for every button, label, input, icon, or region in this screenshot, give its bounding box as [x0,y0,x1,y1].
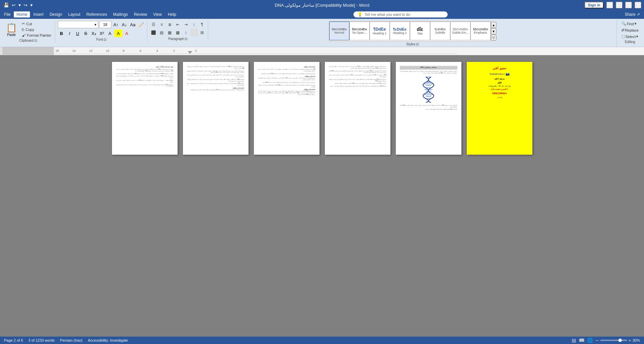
clipboard-expand-icon[interactable]: ⊡ [34,39,37,42]
styles-scroll-down[interactable]: ▼ [491,28,496,34]
print-layout-button[interactable]: ▤ [572,338,576,343]
zoom-slider[interactable] [600,340,627,341]
style-heading2[interactable]: ¶cDdEe Heading 2 [390,22,410,40]
replace-icon: ⇄ [621,28,624,32]
style-title[interactable]: dΐε Title [410,22,430,40]
show-hide-button[interactable]: ¶ [198,21,206,28]
text-highlight-button[interactable]: A [114,30,122,37]
numbering-button[interactable]: ≡ [158,21,165,28]
copy-button[interactable]: ⎘ Copy [21,27,53,32]
paragraph-group: ☰ ≡ ≣ ⇤ ⇥ ↕ ¶ ⬛ ▤ ▦ ▩ ↕ ⊞ [148,20,208,41]
accessibility-status[interactable]: Accessibility: Investigate [88,338,128,342]
style-title-label: Title [417,32,423,35]
ad-phone: 09981366624 [471,92,528,95]
decrease-indent-button[interactable]: ⇤ [174,21,182,28]
styles-scroll-up[interactable]: ▲ [491,22,496,28]
style-heading1[interactable]: ¶DdEe Heading 1 [370,22,390,40]
bold-button[interactable]: B [58,30,65,37]
ad-content: تحقیق آنلاین Tahghighonline.ir 📷 مرجع دا… [469,65,530,101]
read-mode-button[interactable]: 📖 [579,338,584,343]
paragraph-expand-icon[interactable]: ⊡ [185,37,187,41]
redo-button[interactable]: ↪ [23,2,28,8]
select-icon: ⬚ [621,34,625,39]
status-right: ▤ 📖 🌐 ─ + 30% [572,338,640,343]
menu-insert[interactable]: Insert [31,11,46,17]
clear-formatting-button[interactable]: 🧹 [138,21,145,28]
undo-dropdown-button[interactable]: ▾ [18,2,22,8]
ribbon-display-button[interactable]: 🗖 [606,2,613,8]
menu-layout[interactable]: Layout [66,11,83,17]
minimize-button[interactable]: ─ [616,2,622,8]
justify-button[interactable]: ▩ [174,29,182,36]
styles-expand[interactable]: ▽ [491,35,496,41]
menu-file[interactable]: File [1,11,13,17]
strikethrough-button[interactable]: S [82,30,89,37]
replace-button[interactable]: ⇄ Replace [619,27,641,33]
paste-icon: 📋 [6,23,17,33]
superscript-button[interactable]: X² [98,30,106,37]
ribbon: 📋 Paste ✂ Cut ⎘ Copy 🖌 Format Painter [0,19,644,47]
sort-button[interactable]: ↕ [190,21,198,28]
styles-expand-icon[interactable]: ⊡ [416,42,419,46]
save-button[interactable]: 💾 [3,2,10,8]
line-spacing-button[interactable]: ↕ [182,29,190,36]
menu-mailings[interactable]: Mailings [110,11,130,17]
page-2: در آن نقطه بال میکروپیرتیزهای DNA به نسب… [183,62,249,155]
cut-button[interactable]: ✂ Cut [21,21,53,27]
font-name-dropdown[interactable]: ▾ [58,21,98,28]
find-button[interactable]: 🔍 Find ▾ [619,21,641,27]
style-emphasis-preview: ¶bCcDdEe [473,28,488,31]
align-left-button[interactable]: ⬛ [150,29,157,36]
customize-qa-button[interactable]: ▾ [30,2,33,8]
center-button[interactable]: ▤ [158,29,165,36]
multilevel-button[interactable]: ≣ [166,21,174,28]
font-color-button[interactable]: A [123,30,130,37]
select-button[interactable]: ⬚ Select ▾ [619,34,641,39]
page-4-content: نفقه‌ها با ارایه شمارهای ناهمگون سلطانها… [329,66,386,87]
tell-me-search[interactable]: 💡 Tell me what you want to do [353,11,448,17]
document-area[interactable]: شیوه ذخیره‌سازی اطلاعات ژنتیکی شیوه ذخیر… [0,55,644,341]
borders-button[interactable]: ⊞ [198,29,206,36]
page-4: نفقه‌ها با ارایه شمارهای ناهمگون سلطانها… [325,62,390,155]
shading-button[interactable] [190,29,198,36]
subscript-button[interactable]: X₂ [90,30,98,37]
zoom-level: 30% [633,338,640,342]
styles-gallery-container: ¶bCcDdEe Normal ¶bCcDdEe No Spac... ¶DdE… [329,21,496,42]
quick-access-toolbar: 💾 ↩ ▾ ↪ ▾ [3,2,33,8]
zoom-out-button[interactable]: ─ [596,338,599,343]
decrease-font-button[interactable]: A↓ [121,21,128,28]
paste-button[interactable]: 📋 Paste [3,21,20,38]
increase-font-button[interactable]: A↑ [112,21,120,28]
menu-design[interactable]: Design [47,11,65,17]
font-size-box[interactable]: 18 [99,21,111,28]
style-subtle-em[interactable]: ¶bCcDdEe Subtle Em... [450,22,470,40]
web-layout-button[interactable]: 🌐 [587,338,593,343]
menu-help[interactable]: Help [165,11,179,17]
undo-button[interactable]: ↩ [11,2,16,8]
menu-home[interactable]: Home [14,11,30,17]
change-case-button[interactable]: Aа [129,21,137,28]
style-normal[interactable]: ¶bCcDdEe Normal [329,22,349,40]
style-subtitle[interactable]: ¶cDdEe Subtitle [430,22,450,40]
italic-button[interactable]: I [66,30,73,37]
svg-text:2: 2 [195,49,197,52]
menu-references[interactable]: References [84,11,110,17]
sign-in-button[interactable]: Sign in [584,2,604,8]
style-emphasis[interactable]: ¶bCcDdEe Emphasis [470,22,491,40]
svg-rect-0 [54,47,644,55]
underline-button[interactable]: U [74,30,81,37]
bullets-button[interactable]: ☰ [150,21,157,28]
align-right-button[interactable]: ▦ [166,29,174,36]
format-painter-button[interactable]: 🖌 Format Painter [21,33,53,38]
font-expand-icon[interactable]: ⊡ [104,38,106,41]
share-button[interactable]: Share ↗ [622,11,643,17]
text-effects-button[interactable]: A [106,30,114,37]
zoom-in-button[interactable]: + [629,338,631,343]
style-no-spacing[interactable]: ¶bCcDdEe No Spac... [349,22,370,40]
menu-view[interactable]: View [151,11,165,17]
menu-review[interactable]: Review [131,11,150,17]
increase-indent-button[interactable]: ⇥ [182,21,190,28]
close-button[interactable]: ✕ [635,2,641,8]
style-heading1-preview: ¶DdEe [373,27,386,32]
restore-button[interactable]: ❐ [625,2,632,8]
